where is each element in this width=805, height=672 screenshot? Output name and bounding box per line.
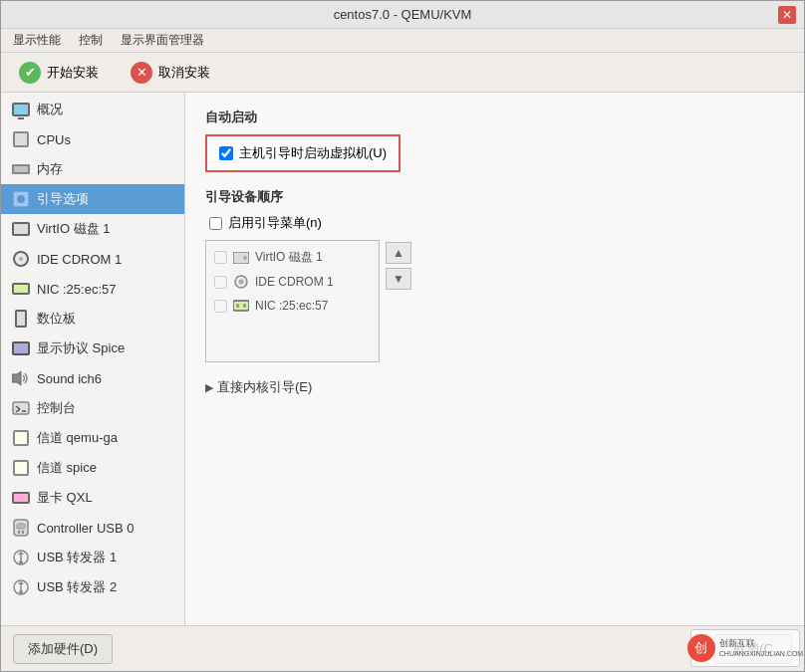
- boot-list-item-nic: NIC :25:ec:57: [206, 294, 379, 318]
- usb-redirect2-icon: [11, 577, 31, 597]
- start-install-label: 开始安装: [47, 64, 99, 82]
- watermark: 创 创新互联 CHUANGXINJULIAN.COM: [690, 629, 800, 667]
- channel-qemu-icon: [11, 428, 31, 448]
- cancel-icon: ✕: [131, 62, 152, 84]
- sidebar-item-nic[interactable]: NIC :25:ec:57: [1, 274, 184, 304]
- autostart-label: 主机引导时启动虚拟机(U): [239, 144, 387, 162]
- sidebar-label-cpus: CPUs: [37, 132, 71, 147]
- sidebar-label-tablet: 数位板: [37, 310, 76, 328]
- sidebar-label-overview: 概况: [37, 101, 63, 118]
- autostart-checkbox[interactable]: [219, 146, 233, 160]
- sidebar-label-usb-controller: Controller USB 0: [37, 521, 134, 536]
- vga-icon: [11, 488, 31, 508]
- boot-menu-row: 启用引导菜单(n): [205, 214, 784, 232]
- start-install-button[interactable]: ✔ 开始安装: [11, 58, 107, 88]
- svg-rect-8: [17, 524, 25, 529]
- boot-order-area: VirtIO 磁盘 1 IDE CDROM 1: [205, 240, 784, 362]
- sidebar-item-vga[interactable]: 显卡 QXL: [1, 483, 184, 513]
- sidebar-item-usb-redirect1[interactable]: USB 转发器 1: [1, 543, 184, 572]
- boot-item-cdrom-label: IDE CDROM 1: [255, 275, 334, 289]
- boot-icon: [11, 189, 31, 209]
- hdd-icon: [11, 219, 31, 239]
- tablet-icon: [11, 309, 31, 329]
- sidebar-item-cdrom[interactable]: IDE CDROM 1: [1, 244, 184, 274]
- menu-item-control[interactable]: 控制: [71, 30, 111, 51]
- svg-rect-21: [233, 301, 249, 311]
- move-up-button[interactable]: ▲: [386, 242, 411, 264]
- boot-list-item-virtio: VirtIO 磁盘 1: [206, 245, 379, 270]
- sidebar-label-virtio-disk: VirtIO 磁盘 1: [37, 220, 110, 238]
- boot-item-virtio-label: VirtIO 磁盘 1: [255, 249, 323, 266]
- svg-rect-3: [13, 402, 29, 414]
- direct-kernel-row[interactable]: ▶ 直接内核引导(E): [205, 378, 784, 396]
- sidebar-label-cdrom: IDE CDROM 1: [37, 252, 122, 267]
- sidebar-label-boot: 引导选项: [37, 190, 89, 208]
- autostart-box: 主机引导时启动虚拟机(U): [205, 134, 401, 172]
- display-icon: [11, 338, 31, 358]
- svg-point-1: [17, 195, 25, 203]
- svg-marker-2: [12, 371, 21, 385]
- sidebar-item-overview[interactable]: 概况: [1, 95, 184, 124]
- start-icon: ✔: [19, 62, 41, 84]
- sidebar-item-virtio-disk[interactable]: VirtIO 磁盘 1: [1, 214, 184, 244]
- footer: 添加硬件(D) 取消(C: [1, 625, 804, 671]
- triangle-icon: ▶: [205, 381, 213, 394]
- boot-list: VirtIO 磁盘 1 IDE CDROM 1: [205, 240, 380, 362]
- sidebar-label-channel-qemu: 信道 qemu-ga: [37, 429, 118, 447]
- sidebar-item-memory[interactable]: 内存: [1, 154, 184, 184]
- svg-point-18: [243, 256, 247, 260]
- add-hardware-button[interactable]: 添加硬件(D): [13, 634, 113, 664]
- sidebar-label-sound: Sound ich6: [37, 371, 102, 386]
- boot-menu-label: 启用引导菜单(n): [228, 214, 322, 232]
- boot-item-nic-label: NIC :25:ec:57: [255, 299, 328, 313]
- boot-order-title: 引导设备顺序: [205, 188, 784, 206]
- title-bar: centos7.0 - QEMU/KVM ✕: [1, 1, 804, 29]
- close-button[interactable]: ✕: [778, 6, 796, 24]
- console-icon: [11, 398, 31, 418]
- ram-icon: [11, 159, 31, 179]
- menu-item-display[interactable]: 显示界面管理器: [113, 30, 212, 51]
- nic-icon: [11, 279, 31, 299]
- svg-point-20: [239, 280, 243, 284]
- main-window: centos7.0 - QEMU/KVM ✕ 显示性能 控制 显示界面管理器 ✔…: [0, 0, 805, 672]
- cdrom-icon: [11, 249, 31, 269]
- main-content: 概况 CPUs 内存: [1, 93, 804, 625]
- sidebar-label-channel-spice: 信道 spice: [37, 459, 97, 477]
- boot-item-virtio-checkbox[interactable]: [214, 251, 227, 264]
- boot-menu-checkbox[interactable]: [209, 217, 222, 230]
- cpu-icon: [11, 129, 31, 149]
- content-area: 自动启动 主机引导时启动虚拟机(U) 引导设备顺序 启用引导菜单(n): [185, 93, 804, 625]
- sidebar-item-channel-qemu[interactable]: 信道 qemu-ga: [1, 423, 184, 453]
- boot-hdd-icon: [233, 250, 249, 266]
- sidebar-item-sound[interactable]: Sound ich6: [1, 363, 184, 393]
- sidebar-label-usb-redirect2: USB 转发器 2: [37, 578, 117, 596]
- channel-spice-icon: [11, 458, 31, 478]
- watermark-text: 创新互联 CHUANGXINJULIAN.COM: [719, 638, 803, 659]
- sidebar-item-cpus[interactable]: CPUs: [1, 124, 184, 154]
- sidebar-item-channel-spice[interactable]: 信道 spice: [1, 453, 184, 483]
- cancel-install-label: 取消安装: [158, 64, 210, 82]
- cancel-install-button[interactable]: ✕ 取消安装: [123, 58, 218, 88]
- svg-rect-22: [236, 304, 239, 308]
- sidebar-label-memory: 内存: [37, 160, 63, 178]
- sidebar-item-boot[interactable]: 引导选项: [1, 184, 184, 214]
- move-down-button[interactable]: ▼: [386, 268, 411, 290]
- svg-point-16: [19, 590, 23, 594]
- boot-item-nic-checkbox[interactable]: [214, 300, 227, 313]
- menu-item-perf[interactable]: 显示性能: [5, 30, 69, 51]
- svg-rect-23: [243, 304, 246, 308]
- boot-item-cdrom-checkbox[interactable]: [214, 276, 227, 289]
- sidebar-item-usb-controller[interactable]: Controller USB 0: [1, 513, 184, 543]
- boot-cdrom-icon: [233, 274, 249, 290]
- boot-nic-icon: [233, 298, 249, 314]
- sidebar-label-console: 控制台: [37, 399, 76, 417]
- sidebar-item-usb-redirect2[interactable]: USB 转发器 2: [1, 572, 184, 602]
- sidebar-item-console[interactable]: 控制台: [1, 393, 184, 423]
- window-title: centos7.0 - QEMU/KVM: [27, 7, 778, 22]
- sidebar-item-tablet[interactable]: 数位板: [1, 304, 184, 334]
- watermark-logo: 创: [687, 634, 715, 662]
- sidebar-item-display[interactable]: 显示协议 Spice: [1, 334, 184, 363]
- svg-rect-10: [22, 531, 24, 534]
- sidebar-label-display: 显示协议 Spice: [37, 339, 125, 357]
- svg-rect-9: [18, 531, 20, 534]
